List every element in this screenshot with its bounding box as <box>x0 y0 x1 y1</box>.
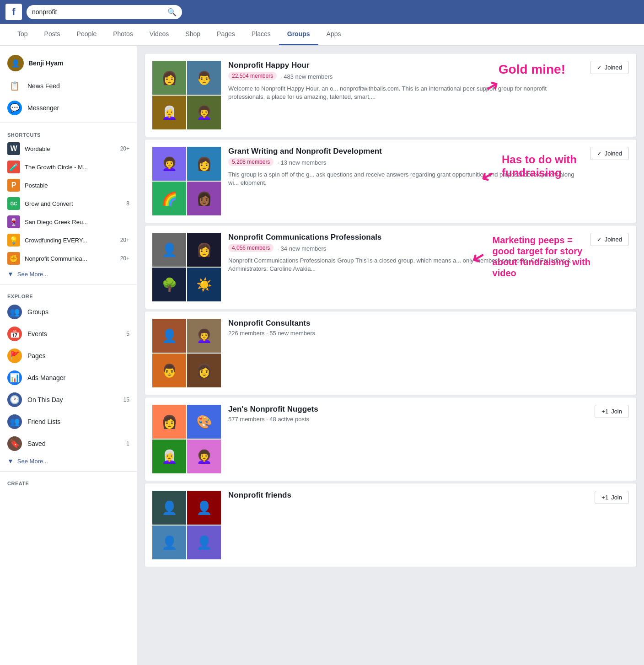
shortcuts-see-more[interactable]: ▼ See More... <box>0 268 137 280</box>
divider-1 <box>0 123 137 123</box>
explore-title: EXPLORE <box>0 288 137 301</box>
postable-icon: P <box>7 179 20 192</box>
shortcut-growth-circle[interactable]: 🧪 The Growth Circle - M... <box>0 158 137 176</box>
shortcuts-title: SHORTCUTS <box>0 127 137 139</box>
grow-convert-label: Grow and Convert <box>25 200 122 207</box>
search-bar[interactable]: 🔍 <box>27 5 182 19</box>
group-card-5: 👩 🎨 👩‍🦳 👩‍🦱 Jen's Nonprofit Nuggets <box>145 397 637 481</box>
thumb-4-2: 👩‍🦱 <box>187 319 221 353</box>
group-action-1: ✓ Joined <box>590 61 629 74</box>
plus-icon-6: +1 <box>601 494 608 501</box>
tab-apps[interactable]: Apps <box>318 24 349 45</box>
thumb-4-1: 👤 <box>152 319 186 353</box>
newsfeed-label: News Feed <box>27 82 129 90</box>
check-icon-1: ✓ <box>597 64 602 71</box>
thumb-6-4: 👤 <box>187 526 221 559</box>
tab-pages[interactable]: Pages <box>209 24 243 45</box>
joined-button-1[interactable]: ✓ Joined <box>590 61 629 74</box>
shortcut-nonprofit-comm[interactable]: ✊ Nonprofit Communica... 20+ <box>0 249 137 268</box>
join-button-5[interactable]: +1 Join <box>595 405 629 418</box>
tab-top[interactable]: Top <box>9 24 36 45</box>
group-card-3: 👤 👩 🌳 ☀️ Nonprofit Communications Profes… <box>145 225 637 309</box>
tab-people[interactable]: People <box>69 24 105 45</box>
tab-photos[interactable]: Photos <box>105 24 141 45</box>
search-input[interactable] <box>32 8 164 16</box>
tab-videos[interactable]: Videos <box>141 24 177 45</box>
shortcut-wordable[interactable]: W Wordable 20+ <box>0 139 137 158</box>
avatar: 👤 <box>7 55 24 71</box>
messenger-icon: 💬 <box>7 101 22 115</box>
group-action-5: +1 Join <box>595 405 629 418</box>
thumb-4-3: 👨 <box>152 354 186 387</box>
crowdfunding-badge: 20+ <box>120 237 129 243</box>
sidebar-item-messenger[interactable]: 💬 Messenger <box>0 97 137 119</box>
group-name-6[interactable]: Nonprofit friends <box>228 491 587 500</box>
sidebar-item-saved[interactable]: 🔖 Saved 1 <box>0 433 137 455</box>
group-name-5[interactable]: Jen's Nonprofit Nuggets <box>228 405 587 414</box>
joined-button-2[interactable]: ✓ Joined <box>590 147 629 160</box>
facebook-logo: f <box>5 4 22 20</box>
thumb-4-4: 👩 <box>187 354 221 387</box>
postable-label: Postable <box>25 182 129 189</box>
shortcut-postable[interactable]: P Postable <box>0 176 137 194</box>
members-badge-1: 22,504 members <box>228 72 277 80</box>
shortcut-grow-convert[interactable]: GC Grow and Convert 8 <box>0 194 137 213</box>
thumb-5-3: 👩‍🦳 <box>152 440 186 473</box>
tab-places[interactable]: Places <box>243 24 279 45</box>
explore-see-more[interactable]: ▼ See More... <box>0 455 137 467</box>
group-thumbnails-2: 👩‍🦱 👩 🌈 👩🏾 <box>152 147 221 215</box>
group-card-2: 👩‍🦱 👩 🌈 👩🏾 Grant Writing and Nonprofit D… <box>145 139 637 223</box>
group-card-1: 👩 👨 👩‍🦳 👩‍🦱 Nonprofit Happy Hour <box>145 53 637 137</box>
tab-groups[interactable]: Groups <box>279 24 318 45</box>
crowdfunding-label: Crowdfunding EVERY... <box>25 237 116 244</box>
new-members-2: · 13 new members <box>277 159 326 166</box>
sidebar-item-on-this-day[interactable]: 🕐 On This Day 15 <box>0 389 137 411</box>
friend-lists-icon: 👥 <box>7 414 22 429</box>
group-info-1: Nonprofit Happy Hour 22,504 members · 48… <box>228 61 583 101</box>
tab-posts[interactable]: Posts <box>36 24 69 45</box>
check-icon-2: ✓ <box>597 150 602 157</box>
shortcut-sandiego[interactable]: 🍷 San Diego Greek Reu... <box>0 213 137 231</box>
thumb-1-2: 👨 <box>187 61 221 95</box>
members-5: 577 members · 48 active posts <box>228 416 309 423</box>
thumb-6-2: 👤 <box>187 491 221 525</box>
wordable-badge: 20+ <box>120 145 129 152</box>
thumb-6-1: 👤 <box>152 491 186 525</box>
shortcut-crowdfunding[interactable]: 💡 Crowdfunding EVERY... 20+ <box>0 231 137 249</box>
divider-3 <box>0 471 137 472</box>
joined-button-3[interactable]: ✓ Joined <box>590 233 629 246</box>
sandiego-label: San Diego Greek Reu... <box>25 219 129 225</box>
grow-convert-icon: GC <box>7 197 20 210</box>
sidebar-item-friend-lists[interactable]: 👥 Friend Lists <box>0 411 137 433</box>
on-this-day-icon: 🕐 <box>7 392 22 407</box>
group-info-3: Nonprofit Communications Professionals 4… <box>228 233 583 273</box>
sidebar: 👤 Benji Hyam 📋 News Feed 💬 Messenger SHO… <box>0 46 137 665</box>
group-info-6: Nonprofit friends <box>228 491 587 502</box>
sidebar-item-events[interactable]: 📅 Events 5 <box>0 323 137 345</box>
group-desc-3: Nonprofit Communications Professionals G… <box>228 257 583 273</box>
thumb-1-4: 👩‍🦱 <box>187 96 221 129</box>
group-desc-1: Welcome to Nonprofit Happy Hour, an o...… <box>228 85 583 101</box>
group-name-1[interactable]: Nonprofit Happy Hour <box>228 61 583 70</box>
tab-shop[interactable]: Shop <box>177 24 209 45</box>
header: f 🔍 <box>0 0 644 24</box>
join-button-6[interactable]: +1 Join <box>595 491 629 504</box>
group-name-4[interactable]: Nonprofit Consultants <box>228 319 622 328</box>
group-action-2: ✓ Joined <box>590 147 629 160</box>
members-badge-2: 5,208 members <box>228 158 274 166</box>
sidebar-item-groups[interactable]: 👥 Groups <box>0 301 137 323</box>
group-info-2: Grant Writing and Nonprofit Development … <box>228 147 583 187</box>
thumb-2-1: 👩‍🦱 <box>152 147 186 181</box>
wordable-label: Wordable <box>25 145 116 152</box>
sidebar-item-pages[interactable]: 🚩 Pages <box>0 345 137 367</box>
group-name-3[interactable]: Nonprofit Communications Professionals <box>228 233 583 242</box>
group-name-2[interactable]: Grant Writing and Nonprofit Development <box>228 147 583 156</box>
sidebar-item-newsfeed[interactable]: 📋 News Feed <box>0 75 137 97</box>
ads-manager-icon: 📊 <box>7 370 22 385</box>
sidebar-item-ads-manager[interactable]: 📊 Ads Manager <box>0 367 137 389</box>
nav-tabs: Top Posts People Photos Videos Shop Page… <box>0 24 644 46</box>
group-action-6: +1 Join <box>595 491 629 504</box>
thumb-3-4: ☀️ <box>187 268 221 301</box>
sidebar-user[interactable]: 👤 Benji Hyam <box>0 51 137 75</box>
thumb-2-2: 👩 <box>187 147 221 181</box>
